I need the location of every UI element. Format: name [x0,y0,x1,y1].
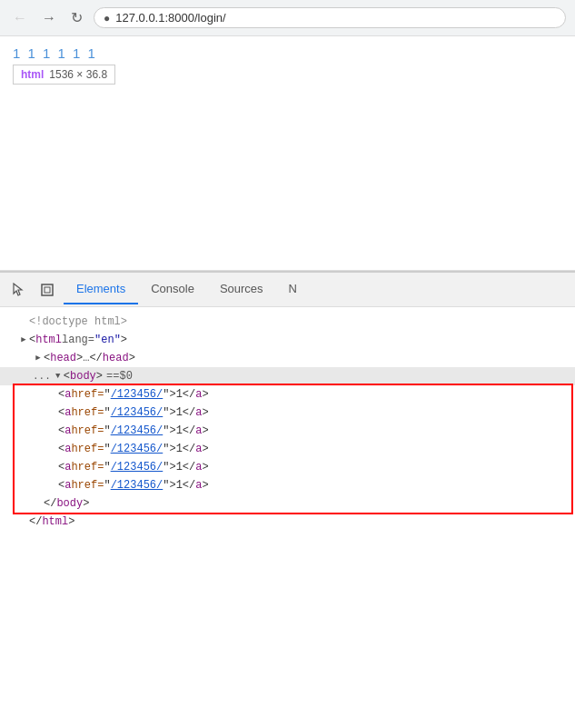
dom-anchor-4[interactable]: <a href="/123456/" >1</a> [0,440,575,458]
tab-more[interactable]: N [276,274,310,304]
dom-anchor-6[interactable]: <a href="/123456/" >1</a> [0,476,575,494]
box-icon [40,283,55,297]
reload-button[interactable]: ↻ [67,7,86,28]
dom-html-close[interactable]: </html> [0,513,575,531]
page-main-text: 1 1 1 1 1 1 [13,45,562,61]
dom-doctype-line[interactable]: <!doctype html> [0,313,575,331]
dom-body-line[interactable]: ... <body> == $0 [0,367,575,385]
devtools-toolbar: Elements Console Sources N [0,273,575,307]
svg-rect-1 [45,287,50,293]
dom-anchor-2[interactable]: <a href="/123456/" >1</a> [0,404,575,422]
dom-anchor-1[interactable]: <a href="/123456/" >1</a> [0,385,575,404]
tooltip-dimensions: 1536 × 36.8 [49,68,107,81]
dom-anchor-3[interactable]: <a href="/123456/" >1</a> [0,422,575,440]
back-button[interactable]: ← [9,8,31,28]
dom-tree: <!doctype html> <html lang="en" > <head>… [0,307,575,728]
tab-elements[interactable]: Elements [64,274,138,304]
cursor-tool-button[interactable] [5,279,31,301]
lock-icon: ● [104,12,110,25]
tab-sources[interactable]: Sources [207,274,276,304]
forward-button[interactable]: → [38,8,60,28]
body-triangle[interactable] [53,371,64,382]
address-bar[interactable]: ● 127.0.0.1:8000/login/ [94,7,566,28]
body-children-container: <a href="/123456/" >1</a> <a href="/1234… [0,385,575,513]
browser-toolbar: ← → ↻ ● 127.0.0.1:8000/login/ [0,0,575,36]
head-triangle[interactable] [33,353,44,364]
dom-body-close[interactable]: </body> [0,494,575,513]
devtools-tabs: Elements Console Sources N [64,274,310,304]
element-tooltip: html 1536 × 36.8 [13,65,115,85]
doctype-text: <!doctype html> [29,314,127,330]
tab-console[interactable]: Console [138,274,207,304]
box-tool-button[interactable] [35,279,60,301]
dom-head-line[interactable]: <head> … </head> [0,349,575,367]
dom-html-line[interactable]: <html lang="en" > [0,331,575,349]
devtools-panel: Elements Console Sources N <!doctype htm… [0,271,575,728]
dom-anchor-5[interactable]: <a href="/123456/" >1</a> [0,458,575,476]
cursor-icon [11,283,25,297]
ellipsis-prefix: ... [33,368,51,384]
page-content: 1 1 1 1 1 1 html 1536 × 36.8 [0,36,575,271]
url-text: 127.0.0.1:8000/login/ [115,11,225,25]
html-triangle[interactable] [18,334,29,345]
svg-rect-0 [42,284,53,295]
tooltip-tag: html [21,68,44,81]
